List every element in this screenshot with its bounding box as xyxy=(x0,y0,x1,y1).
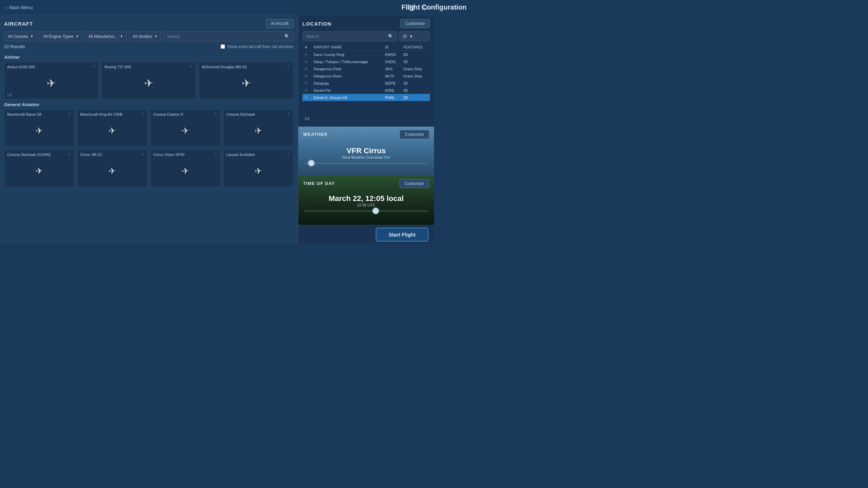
aircraft-name: Cessna Skyhawk xyxy=(226,112,290,116)
bottom-bar: Start Flight xyxy=(298,225,434,244)
extra-aircraft-checkbox-label[interactable]: Show extra aircraft from old versions xyxy=(221,44,294,49)
aircraft-card-cirrus-sr22[interactable]: Cirrus SR-22 ☆ ✈ xyxy=(77,149,147,187)
airport-star[interactable]: ☆ xyxy=(302,72,312,80)
extra-aircraft-label: Show extra aircraft from old versions xyxy=(227,44,294,49)
manufacturers-chevron-icon: ▼ xyxy=(120,34,123,38)
aircraft-image: ✈ xyxy=(80,118,144,144)
aircraft-image: ✈ xyxy=(7,118,71,144)
plane-silhouette-icon: ✈ xyxy=(108,166,117,177)
star-icon[interactable]: ☆ xyxy=(287,112,290,116)
time-of-day-title: TIME OF DAY xyxy=(303,181,335,186)
star-icon[interactable]: ☆ xyxy=(287,64,290,69)
star-icon[interactable]: ☆ xyxy=(68,152,71,157)
weather-slider-track[interactable] xyxy=(304,163,428,164)
engine-types-label: All Engine Types xyxy=(43,34,73,39)
star-icon[interactable]: ☆ xyxy=(214,112,218,116)
start-flight-button[interactable]: Start Flight xyxy=(376,228,429,242)
back-button[interactable]: ‹ Main Menu xyxy=(5,5,33,10)
location-panel: LOCATION Customize 🔍 ID ▼ ★ xyxy=(298,15,434,127)
aircraft-card-cirrus-vision-sf50[interactable]: Cirrus Vision SF50 ☆ ✈ xyxy=(150,149,221,187)
time-of-day-section: TIME OF DAY Customize March 22, 12:05 lo… xyxy=(298,176,434,225)
aircraft-scroll-area: Airliner Airbus A330-300 ☆ ✈ 1.0 Boeing … xyxy=(4,52,294,240)
classes-label: All Classes xyxy=(8,34,28,39)
id-filter-dropdown[interactable]: ID ▼ xyxy=(399,31,430,41)
airport-id: VNDG xyxy=(383,58,401,65)
extra-aircraft-checkbox[interactable] xyxy=(221,44,225,49)
airport-star[interactable]: ☆ xyxy=(302,87,312,94)
airport-id: AK70 xyxy=(383,72,401,80)
aircraft-name: Airbus A330-300 xyxy=(7,65,96,69)
table-row-selected[interactable]: ☆ Daniel K. Inouye Intl PHNL 3D xyxy=(302,94,430,101)
table-row[interactable]: ☆ Dang / Tulsipur / Tribhuvannagar VNDG … xyxy=(302,58,430,65)
filter-row: All Classes ▼ All Engine Types ▼ All Man… xyxy=(4,31,294,41)
airport-name: Daniel Fld xyxy=(312,87,383,94)
plane-silhouette-icon: ✈ xyxy=(181,166,190,177)
star-icon[interactable]: ☆ xyxy=(189,64,193,69)
star-icon[interactable]: ☆ xyxy=(141,152,145,157)
plane-silhouette-icon: ✈ xyxy=(35,125,44,137)
star-icon[interactable]: ☆ xyxy=(287,152,290,157)
airport-star[interactable]: ☆ xyxy=(302,58,312,65)
aircraft-card-cessna-citation-x[interactable]: Cessna Citation X ☆ ✈ xyxy=(150,109,221,147)
ai-aircraft-button[interactable]: Al Aircraft xyxy=(266,19,294,28)
star-icon[interactable]: ☆ xyxy=(141,112,145,116)
aircraft-card-boeing-737-800[interactable]: Boeing 737-800 ☆ ✈ xyxy=(102,62,196,99)
manufacturers-dropdown[interactable]: All Manufactur... ▼ xyxy=(85,31,127,41)
airport-id: 3IN1 xyxy=(383,65,401,72)
time-of-day-slider-thumb[interactable] xyxy=(372,207,379,214)
airport-star[interactable]: ☆ xyxy=(302,94,312,101)
table-row[interactable]: ☆ Daniel Fld KDNL 3D xyxy=(302,87,430,94)
location-search-input[interactable] xyxy=(306,34,386,39)
aircraft-card-mcdonnell-douglas-md82[interactable]: McDonnell Douglas MD-82 ☆ ✈ xyxy=(199,62,294,99)
airport-table-wrap: ★ AIRPORT NAME ID FEATURES ☆ Dane County… xyxy=(302,44,430,114)
weather-customize-button[interactable]: Customize xyxy=(400,130,429,139)
table-row[interactable]: ☆ Dangerous Field 3IN1 Grass Strip xyxy=(302,65,430,72)
star-icon[interactable]: ☆ xyxy=(68,112,71,116)
airport-name: Dang / Tulsipur / Tribhuvannagar xyxy=(312,58,383,65)
time-of-day-slider-track[interactable] xyxy=(304,211,428,212)
time-of-day-display: March 22, 12:05 local xyxy=(303,194,429,203)
location-customize-button[interactable]: Customize xyxy=(400,19,430,28)
aircraft-card-airbus-a330-300[interactable]: Airbus A330-300 ☆ ✈ 1.0 xyxy=(4,62,99,99)
airport-features: Grass Strip xyxy=(401,65,430,72)
airport-features: 3D xyxy=(401,58,430,65)
airport-table-header: ★ AIRPORT NAME ID FEATURES xyxy=(302,44,430,51)
aircraft-image: ✈ xyxy=(80,158,144,184)
table-row[interactable]: ☆ Dangriga MZPB 3D xyxy=(302,80,430,87)
engine-types-dropdown[interactable]: All Engine Types ▼ xyxy=(39,31,83,41)
airport-star[interactable]: ☆ xyxy=(302,80,312,87)
airport-features: 3D xyxy=(401,94,430,101)
airport-star[interactable]: ☆ xyxy=(302,65,312,72)
airliner-grid: Airbus A330-300 ☆ ✈ 1.0 Boeing 737-800 ☆… xyxy=(4,62,294,99)
weather-slider-thumb[interactable] xyxy=(308,160,315,167)
plane-silhouette-icon: ✈ xyxy=(254,166,263,177)
aircraft-card-beechcraft-baron-58[interactable]: Beechcraft Baron 58 ☆ ✈ xyxy=(4,109,74,147)
table-row[interactable]: ☆ Dane County Regl KMSN 3D xyxy=(302,51,430,58)
airport-id: MZPB xyxy=(383,80,401,87)
aircraft-name: Cessna Citation X xyxy=(153,112,218,116)
time-of-day-customize-button[interactable]: Customize xyxy=(400,179,429,188)
classes-dropdown[interactable]: All Classes ▼ xyxy=(4,31,37,41)
airport-star[interactable]: ☆ xyxy=(302,51,312,58)
aircraft-image: ✈ xyxy=(105,70,193,96)
aircraft-search-input[interactable] xyxy=(167,34,282,39)
aircraft-card-beechcraft-king-air-c90b[interactable]: Beechcraft King Air C90B ☆ ✈ xyxy=(77,109,147,147)
aircraft-name: Beechcraft King Air C90B xyxy=(80,112,144,116)
aircraft-card-lancair-evolution[interactable]: Lancair Evolution ☆ ✈ xyxy=(223,149,294,187)
airport-features: 3D xyxy=(401,51,430,58)
engine-chevron-icon: ▼ xyxy=(75,34,79,38)
studios-label: All Studios xyxy=(133,34,152,39)
studios-dropdown[interactable]: All Studios ▼ xyxy=(129,31,161,41)
table-row[interactable]: ☆ Dangerous River AK70 Grass Strip xyxy=(302,72,430,80)
time-of-day-utc: 22:05 UTC xyxy=(303,203,429,207)
airport-id: KMSN xyxy=(383,51,401,58)
star-icon[interactable]: ☆ xyxy=(92,64,96,69)
plane-silhouette-icon: ✈ xyxy=(46,76,57,90)
airport-table: ★ AIRPORT NAME ID FEATURES ☆ Dane County… xyxy=(302,44,430,101)
weather-sub: Real Weather Download On! xyxy=(303,155,429,159)
aircraft-image: ✈ xyxy=(153,118,218,144)
airport-name: Dangerous Field xyxy=(312,65,383,72)
aircraft-card-cessna-skyhawk-g1000[interactable]: Cessna Skyhawk (G1000) ☆ ✈ xyxy=(4,149,74,187)
star-icon[interactable]: ☆ xyxy=(214,152,218,157)
aircraft-card-cessna-skyhawk[interactable]: Cessna Skyhawk ☆ ✈ xyxy=(223,109,294,147)
